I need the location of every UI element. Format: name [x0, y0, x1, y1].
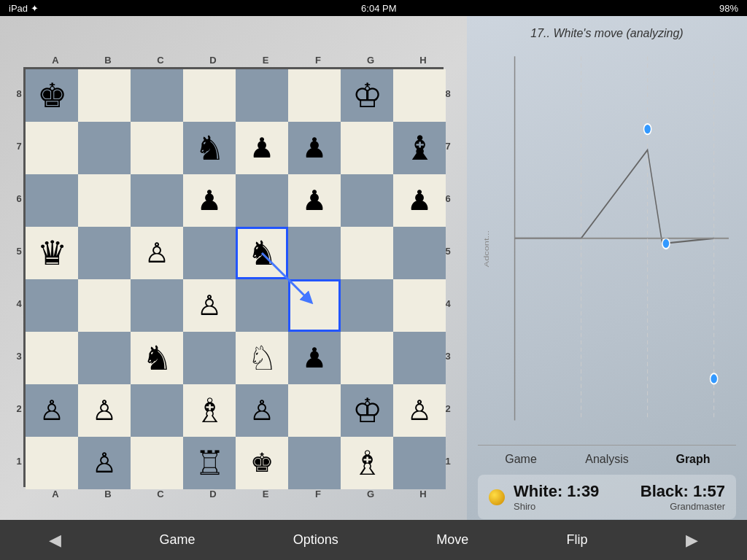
cell-h7[interactable]: ♝ [393, 122, 446, 174]
col-labels-top: A B C D E F G H [29, 55, 452, 66]
cell-b4[interactable] [78, 279, 131, 332]
cell-b6[interactable] [78, 174, 131, 227]
cell-d6[interactable]: ♟ [183, 174, 236, 227]
cell-a4[interactable] [26, 279, 78, 332]
cell-f7[interactable]: ♟ [288, 122, 341, 174]
game-button[interactable]: Game [144, 526, 209, 553]
col-b-bot: B [82, 489, 134, 499]
status-bar: iPad ✦ 6:04 PM 98% [0, 0, 747, 16]
cell-e8[interactable] [236, 69, 288, 122]
cell-f6[interactable]: ♟ [288, 174, 341, 227]
cell-g8[interactable]: ♔ [341, 69, 393, 122]
cell-c3[interactable]: ♞ [131, 332, 183, 384]
cell-g2[interactable]: ♔ [341, 384, 393, 437]
row-3-left: 3 [15, 330, 23, 382]
cell-h2[interactable]: ♙ [393, 384, 446, 437]
cell-d5[interactable] [183, 227, 236, 279]
piece-d1: ♖ [195, 446, 225, 480]
cell-f2[interactable] [288, 384, 341, 437]
forward-button[interactable]: ▶ [671, 525, 713, 556]
cell-a3[interactable] [26, 332, 78, 384]
col-b-top: B [82, 55, 134, 66]
cell-h8[interactable] [393, 69, 446, 122]
back-button[interactable]: ◀ [34, 525, 76, 556]
cell-d8[interactable] [183, 69, 236, 122]
flip-button[interactable]: Flip [552, 526, 603, 553]
cell-h4[interactable] [393, 279, 446, 332]
cell-a2[interactable]: ♙ [26, 384, 78, 437]
cell-c5[interactable]: ♙ [131, 227, 183, 279]
cell-f1[interactable] [288, 437, 341, 489]
black-time: Black: 1:57 [619, 482, 725, 501]
piece-c3: ♞ [142, 341, 172, 375]
cell-h6[interactable]: ♟ [393, 174, 446, 227]
options-button[interactable]: Options [279, 526, 353, 553]
tab-graph[interactable]: Graph [650, 450, 736, 469]
chess-board[interactable]: ♚ ♔ ♞ ♟ ♟ ♝ [23, 67, 444, 487]
cell-f3[interactable]: ♟ [288, 332, 341, 384]
cell-b1[interactable]: ♙ [78, 437, 131, 489]
cell-e5[interactable]: ♞ [236, 227, 288, 279]
piece-a5: ♛ [37, 236, 67, 270]
cell-e1[interactable]: ♚ [236, 437, 288, 489]
cell-h1[interactable] [393, 437, 446, 489]
cell-e7[interactable]: ♟ [236, 122, 288, 174]
cell-c2[interactable] [131, 384, 183, 437]
cell-h5[interactable] [393, 227, 446, 279]
black-name: Grandmaster [619, 501, 725, 512]
cell-a1[interactable] [26, 437, 78, 489]
cell-e6[interactable] [236, 174, 288, 227]
cell-f4[interactable] [288, 279, 341, 332]
cell-b5[interactable] [78, 227, 131, 279]
cell-a7[interactable] [26, 122, 78, 174]
cell-c6[interactable] [131, 174, 183, 227]
col-d-top: D [187, 55, 239, 66]
col-labels-bottom: A B C D E F G H [29, 489, 452, 499]
white-time: White: 1:39 [514, 482, 619, 501]
move-button[interactable]: Move [422, 526, 483, 553]
tabs-row: Game Analysis Graph [478, 445, 736, 469]
cell-g7[interactable] [341, 122, 393, 174]
status-time: 6:04 PM [361, 3, 396, 14]
piece-f6: ♟ [302, 187, 327, 214]
cell-g6[interactable] [341, 174, 393, 227]
cell-c7[interactable] [131, 122, 183, 174]
cell-e4[interactable] [236, 279, 288, 332]
player-info: White: 1:39 Shiro Black: 1:57 Grandmaste… [478, 475, 736, 519]
cell-b2[interactable]: ♙ [78, 384, 131, 437]
cell-c1[interactable] [131, 437, 183, 489]
cell-b7[interactable] [78, 122, 131, 174]
col-g-bot: G [344, 489, 397, 499]
cell-e3[interactable]: ♘ [236, 332, 288, 384]
board-wrapper: A B C D E F G H 8 7 6 5 4 3 2 1 [15, 55, 452, 492]
piece-e3: ♘ [247, 341, 277, 375]
cell-d2[interactable]: ♗ [183, 384, 236, 437]
cell-a5[interactable]: ♛ [26, 227, 78, 279]
cell-b8[interactable] [78, 69, 131, 122]
piece-e2: ♙ [249, 397, 274, 424]
cell-h3[interactable] [393, 332, 446, 384]
cell-a8[interactable]: ♚ [26, 69, 78, 122]
piece-e7: ♟ [249, 134, 274, 162]
cell-d3[interactable] [183, 332, 236, 384]
row-labels-left: 8 7 6 5 4 3 2 1 [15, 67, 23, 487]
cell-f5[interactable] [288, 227, 341, 279]
cell-a6[interactable] [26, 174, 78, 227]
cell-f8[interactable] [288, 69, 341, 122]
cell-g5[interactable] [341, 227, 393, 279]
cell-e2[interactable]: ♙ [236, 384, 288, 437]
cell-g4[interactable] [341, 279, 393, 332]
tab-analysis[interactable]: Analysis [564, 450, 650, 469]
cell-d1[interactable]: ♖ [183, 437, 236, 489]
tab-game[interactable]: Game [478, 450, 564, 469]
cell-c8[interactable] [131, 69, 183, 122]
svg-text:Adcont...: Adcont... [483, 230, 490, 268]
cell-g3[interactable] [341, 332, 393, 384]
cell-d7[interactable]: ♞ [183, 122, 236, 174]
cell-d4[interactable]: ♙ [183, 279, 236, 332]
col-g-top: G [344, 55, 397, 66]
cell-b3[interactable] [78, 332, 131, 384]
cell-c4[interactable] [131, 279, 183, 332]
row-5-left: 5 [15, 225, 23, 277]
cell-g1[interactable]: ♗ [341, 437, 393, 489]
